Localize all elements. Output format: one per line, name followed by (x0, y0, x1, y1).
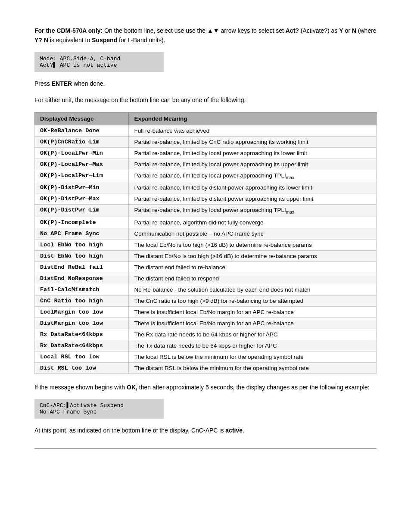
table-cell-message: Local RSL too low (35, 351, 129, 362)
table-cell-meaning: The Tx data rate needs to be 64 kbps or … (129, 340, 377, 351)
code-block-2: CnC-APC:▌Activate Suspend No APC Frame S… (34, 399, 164, 419)
ok-bold: OK, (127, 384, 137, 391)
table-row: OK(P)CnCRatio→LimPartial re-balance, lim… (35, 136, 377, 147)
for-either-text: For either unit, the message on the bott… (34, 95, 377, 105)
intro-paragraph: For the CDM-570A only: On the bottom lin… (34, 26, 377, 45)
table-cell-message: No APC Frame Sync (35, 228, 129, 239)
press-enter-text: Press ENTER when done. (34, 79, 377, 88)
bottom-divider (34, 448, 377, 449)
table-cell-message: CnC Ratio too high (35, 295, 129, 306)
active-bold: active (225, 427, 243, 434)
table-cell-meaning: There is insufficient local Eb/No margin… (129, 306, 377, 317)
table-cell-meaning: Partial re-balance, limited by local pow… (129, 205, 377, 217)
table-row: Local RSL too lowThe local RSL is below … (35, 351, 377, 362)
code-block-1: Mode: APC,Side-A, C-band Act?▌ APC is no… (34, 52, 164, 72)
table-cell-message: Fail-CalcMismatch (35, 284, 129, 295)
table-row: OK(P)-DistPwr→LimPartial re-balance, lim… (35, 205, 377, 217)
col-header-meaning: Expanded Meaning (129, 112, 377, 125)
table-cell-message: Locl EbNo too high (35, 239, 129, 250)
table-row: DistEnd NoResponseThe distant end failed… (35, 273, 377, 284)
table-cell-meaning: Communication not possible – no APC fram… (129, 228, 377, 239)
intro-text-2: (Activate?) as (299, 27, 339, 34)
table-cell-message: Dist EbNo too high (35, 250, 129, 261)
act-label: Act? (286, 27, 299, 34)
table-row: OK(P)-IncompletePartial re-balance, algo… (35, 217, 377, 228)
n-label: N (352, 27, 356, 34)
table-cell-meaning: Partial re-balance, limited by distant p… (129, 182, 377, 193)
table-row: CnC Ratio too highThe CnC ratio is too h… (35, 295, 377, 306)
table-cell-meaning: No Re-balance - the solution calculated … (129, 284, 377, 295)
table-cell-message: OK(P)-LocalPwr→Min (35, 147, 129, 159)
table-cell-meaning: Partial re-balance, limited by local pow… (129, 170, 377, 182)
y-label: Y (339, 27, 343, 34)
intro-text-1: On the bottom line, select use use the ▲… (103, 27, 286, 34)
table-cell-meaning: The distant end failed to re-balance (129, 261, 377, 273)
messages-table: Displayed Message Expanded Meaning OK-Re… (34, 112, 377, 374)
table-cell-message: OK(P)-LocalPwr→Max (35, 159, 129, 170)
table-cell-message: OK(P)-DistPwr→Lim (35, 205, 129, 217)
table-cell-message: Dist RSL too low (35, 362, 129, 373)
table-row: Dist RSL too lowThe distant RSL is below… (35, 362, 377, 373)
table-cell-meaning: Partial re-balance, limited by CnC ratio… (129, 136, 377, 147)
table-cell-message: Rx DataRate<64kbps (35, 340, 129, 351)
table-cell-meaning: Partial re-balance, limited by distant p… (129, 193, 377, 205)
intro-or: or (343, 27, 352, 34)
table-row: LoclMargin too lowThere is insufficient … (35, 306, 377, 317)
table-cell-meaning: Full re-balance was achieved (129, 125, 377, 136)
intro-equiv: is equivalent to (48, 37, 92, 44)
table-row: DistEnd ReBal failThe distant end failed… (35, 261, 377, 273)
table-cell-meaning: The local RSL is below the minimum for t… (129, 351, 377, 362)
table-row: Rx DataRate<64kbpsThe Rx data rate needs… (35, 329, 377, 340)
table-cell-meaning: Partial re-balance, algorithm did not fu… (129, 217, 377, 228)
cdm-label: For the CDM-570A only: (34, 27, 103, 34)
table-cell-message: LoclMargin too low (35, 306, 129, 317)
table-row: Dist EbNo too highThe distant Eb/No is t… (35, 250, 377, 261)
y2-label: Y? (34, 37, 42, 44)
table-cell-message: OK(P)-Incomplete (35, 217, 129, 228)
table-row: OK(P)-DistPwr→MaxPartial re-balance, lim… (35, 193, 377, 205)
table-cell-meaning: The distant end failed to respond (129, 273, 377, 284)
code-line-2: Act?▌ APC is not active (40, 62, 159, 68)
table-cell-meaning: The distant RSL is below the minimum for… (129, 362, 377, 373)
intro-final: for L-Band units). (117, 37, 165, 44)
table-cell-message: OK(P)-DistPwr→Min (35, 182, 129, 193)
final-paragraph: At this point, as indicated on the botto… (34, 426, 377, 435)
enter-bold: ENTER (52, 80, 72, 87)
table-cell-message: DistMargin too low (35, 317, 129, 329)
table-cell-message: OK(P)CnCRatio→Lim (35, 136, 129, 147)
table-row: OK(P)-LocalPwr→MaxPartial re-balance, li… (35, 159, 377, 170)
n2-label: N (42, 37, 48, 44)
suspend-label: Suspend (92, 37, 117, 44)
code2-line-2: No APC Frame Sync (40, 409, 159, 415)
table-cell-meaning: The local Eb/No is too high (>16 dB) to … (129, 239, 377, 250)
table-row: OK(P)-DistPwr→MinPartial re-balance, lim… (35, 182, 377, 193)
table-cell-message: DistEnd NoResponse (35, 273, 129, 284)
table-cell-message: OK(P)-LocalPwr→Lim (35, 170, 129, 182)
table-cell-meaning: The distant Eb/No is too high (>16 dB) t… (129, 250, 377, 261)
col-header-message: Displayed Message (35, 112, 129, 125)
table-cell-message: OK(P)-DistPwr→Max (35, 193, 129, 205)
table-cell-meaning: Partial re-balance, limited by local pow… (129, 147, 377, 159)
table-row: No APC Frame SyncCommunication not possi… (35, 228, 377, 239)
code2-line-1: CnC-APC:▌Activate Suspend (40, 402, 159, 409)
intro-text-3: (where (356, 27, 377, 34)
table-cell-message: OK-ReBalance Done (35, 125, 129, 136)
after-table-text: If the message shown begins with OK, the… (34, 383, 377, 392)
table-cell-message: DistEnd ReBal fail (35, 261, 129, 273)
table-row: Locl EbNo too highThe local Eb/No is too… (35, 239, 377, 250)
table-header-row: Displayed Message Expanded Meaning (35, 112, 377, 125)
table-cell-meaning: Partial re-balance, limited by local pow… (129, 159, 377, 170)
table-row: OK(P)-LocalPwr→LimPartial re-balance, li… (35, 170, 377, 182)
code-line-1: Mode: APC,Side-A, C-band (40, 56, 159, 62)
table-row: OK-ReBalance DoneFull re-balance was ach… (35, 125, 377, 136)
table-cell-message: Rx DataRate<64kbps (35, 329, 129, 340)
table-cell-meaning: The CnC ratio is too high (>9 dB) for re… (129, 295, 377, 306)
table-row: Fail-CalcMismatchNo Re-balance - the sol… (35, 284, 377, 295)
table-row: DistMargin too lowThere is insufficient … (35, 317, 377, 329)
table-cell-meaning: The Rx data rate needs to be 64 kbps or … (129, 329, 377, 340)
table-row: OK(P)-LocalPwr→MinPartial re-balance, li… (35, 147, 377, 159)
table-cell-meaning: There is insufficient local Eb/No margin… (129, 317, 377, 329)
table-row: Rx DataRate<64kbpsThe Tx data rate needs… (35, 340, 377, 351)
